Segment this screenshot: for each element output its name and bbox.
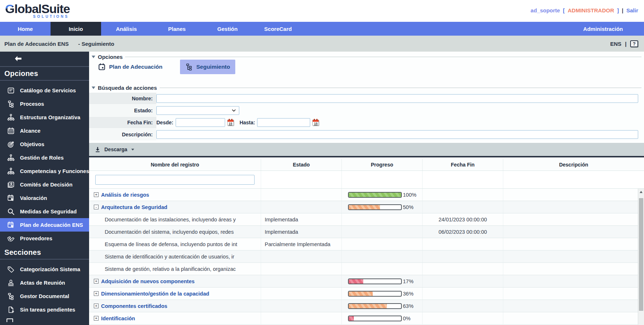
nav-tab-inicio[interactable]: Inicio bbox=[51, 22, 101, 36]
record-name[interactable]: Adquisición de nuevos componentes bbox=[101, 278, 195, 284]
collapse-toggle[interactable]: - bbox=[94, 205, 99, 209]
record-name: Documentación del sistema, incluyendo eq… bbox=[105, 229, 234, 235]
sidebar-item-proveedores[interactable]: Proveedores bbox=[0, 232, 89, 245]
form-row-nombre: Nombre: bbox=[89, 93, 644, 104]
table-row: +Dimensionamiento/gestión de la capacida… bbox=[89, 288, 638, 300]
sidebar-item-catalogo-de-servicios[interactable]: Catálogo de Servicios bbox=[0, 84, 89, 97]
search-panel-header: Búsqueda de acciones bbox=[92, 85, 641, 91]
progress-bar bbox=[348, 278, 402, 284]
nav-tab-planes[interactable]: Planes bbox=[152, 22, 202, 36]
sidebar-item-comites-de-decision[interactable]: Comités de Decisión bbox=[0, 178, 89, 191]
nav-tab-home[interactable]: Home bbox=[0, 22, 51, 36]
expand-toggle[interactable]: + bbox=[94, 279, 99, 284]
descripcion-cell bbox=[503, 250, 638, 262]
sidebar-item-label: Competencias y Funciones bbox=[20, 168, 89, 174]
username-link[interactable]: ad_soporte bbox=[531, 7, 560, 13]
estado-cell bbox=[261, 275, 342, 287]
date-picker-icon[interactable]: 15 bbox=[227, 120, 234, 126]
chevron-down-icon bbox=[231, 108, 237, 115]
vertical-scrollbar[interactable] bbox=[638, 189, 644, 325]
fecha-cell bbox=[423, 263, 503, 275]
progress-label: 36% bbox=[403, 291, 413, 297]
download-button[interactable]: Descarga bbox=[89, 143, 644, 157]
handshake-icon bbox=[7, 234, 15, 242]
form-row-descripcion: Descripción: bbox=[89, 129, 644, 140]
sidebar-item-plan-de-adecuacion-ens[interactable]: Plan de Adecuación ENS bbox=[0, 218, 89, 232]
record-name[interactable]: Identificación bbox=[101, 316, 135, 321]
estado-cell bbox=[261, 300, 342, 312]
estado-select[interactable] bbox=[156, 106, 239, 115]
download-icon bbox=[94, 146, 101, 153]
nav-tabs: HomeInicioAnálisisPlanesGestiónScoreCard bbox=[0, 22, 303, 36]
sidebar-item-alcance[interactable]: Alcance bbox=[0, 124, 89, 137]
progress-cell: 17% bbox=[342, 275, 423, 287]
descripcion-cell bbox=[503, 226, 638, 238]
record-name: Sistema de identificación y autenticació… bbox=[105, 254, 234, 260]
sidebar-item-categorizacion-sistema[interactable]: Categorización Sistema bbox=[0, 262, 89, 276]
tab-seguimiento[interactable]: Seguimiento bbox=[180, 60, 235, 74]
nav-tab-gestion[interactable]: Gestión bbox=[202, 22, 253, 36]
expand-toggle[interactable]: + bbox=[94, 304, 99, 308]
progress-cell bbox=[342, 250, 423, 262]
column-header-progreso: Progreso bbox=[342, 159, 423, 170]
triangle-up-icon bbox=[640, 191, 643, 193]
expand-toggle[interactable]: + bbox=[94, 316, 99, 321]
estado-cell: Parcialmente Implementada bbox=[261, 238, 342, 250]
table-row: -Arquitectura de Seguridad50% bbox=[89, 201, 638, 213]
table-row: Esquema de líneas de defensa, incluyendo… bbox=[89, 238, 638, 250]
record-filter-input[interactable] bbox=[95, 175, 255, 185]
estado-cell: Implementada bbox=[261, 226, 342, 238]
doc-plus-icon bbox=[7, 306, 15, 314]
date-picker-icon[interactable]: 15 bbox=[312, 120, 319, 126]
desde-input[interactable] bbox=[176, 118, 225, 127]
sidebar: OpcionesCatálogo de ServiciosProcesosEst… bbox=[0, 52, 89, 325]
breadcrumb: Plan de Adecuación ENS - Seguimiento bbox=[0, 41, 114, 47]
nav-tab-scorecard[interactable]: ScoreCard bbox=[253, 22, 303, 36]
globalsuite-logo: GlobalSuite SOLUTIONS bbox=[5, 2, 70, 19]
descripcion-input[interactable] bbox=[156, 130, 638, 139]
sidebar-item-estructura-organizativa[interactable]: Estructura Organizativa bbox=[0, 111, 89, 124]
tab-label: Seguimiento bbox=[196, 64, 230, 70]
record-name[interactable]: Arquitectura de Seguridad bbox=[101, 204, 167, 210]
table-row: Sistema de identificación y autenticació… bbox=[89, 250, 638, 263]
scrollbar-thumb[interactable] bbox=[639, 198, 643, 311]
sidebar-item-gestor-documental[interactable]: Gestor Documental bbox=[0, 289, 89, 303]
scroll-up-button[interactable] bbox=[638, 189, 644, 195]
record-name[interactable]: Dimensionamiento/gestión de la capacidad bbox=[101, 291, 209, 297]
bracket-open: [ bbox=[563, 7, 565, 13]
sidebar-section-secciones: Secciones bbox=[0, 246, 89, 260]
expand-toggle[interactable]: + bbox=[94, 192, 99, 197]
progress-bar bbox=[348, 291, 402, 297]
record-name[interactable]: Componentes certificados bbox=[101, 303, 167, 309]
sidebar-item-label: Proveedores bbox=[20, 236, 52, 241]
sidebar-item-objetivos[interactable]: Objetivos bbox=[0, 137, 89, 151]
fecha-cell bbox=[423, 288, 503, 300]
sidebar-item-competencias-y-funciones[interactable]: Competencias y Funciones bbox=[0, 164, 89, 178]
expand-toggle[interactable]: + bbox=[94, 291, 99, 296]
table-header-row: Nombre del registroEstadoProgresoFecha F… bbox=[89, 159, 644, 171]
sidebar-item-sin-tareas-pendientes[interactable]: Sin tareas pendientes bbox=[0, 303, 89, 316]
sidebar-item-actas-de-reunion[interactable]: Actas de Reunión bbox=[0, 276, 89, 289]
help-icon[interactable]: ? bbox=[630, 40, 638, 47]
sidebar-item-medidas-de-seguridad[interactable]: Medidas de Seguridad bbox=[0, 205, 89, 218]
back-button[interactable] bbox=[0, 52, 89, 67]
collapse-triangle-icon[interactable] bbox=[92, 56, 95, 58]
nombre-input[interactable] bbox=[156, 94, 638, 103]
options-panel-header: Opciones bbox=[92, 54, 641, 60]
logout-link[interactable]: Salir bbox=[626, 7, 638, 13]
hasta-input[interactable] bbox=[257, 118, 310, 127]
nav-tab-administracion[interactable]: Administración bbox=[576, 22, 644, 36]
column-header-estado: Estado bbox=[261, 159, 342, 170]
tab-plan-de-adecuacion[interactable]: Plan de Adecuación bbox=[93, 60, 168, 74]
fecha-cell bbox=[423, 300, 503, 312]
sidebar-item-valoracion[interactable]: Valoración bbox=[0, 191, 89, 205]
table-row: +Análisis de riesgos100% bbox=[89, 189, 638, 201]
collapse-triangle-icon[interactable] bbox=[92, 87, 95, 89]
descripcion-cell bbox=[503, 312, 638, 324]
arrow-left-icon bbox=[14, 55, 23, 63]
fecha-fin-label: Fecha Fin: bbox=[89, 117, 156, 128]
sidebar-item-gestion-de-roles[interactable]: Gestión de Roles bbox=[0, 151, 89, 164]
sidebar-item-procesos[interactable]: Procesos bbox=[0, 97, 89, 111]
nav-tab-analisis[interactable]: Análisis bbox=[101, 22, 152, 36]
record-name[interactable]: Análisis de riesgos bbox=[101, 192, 149, 198]
